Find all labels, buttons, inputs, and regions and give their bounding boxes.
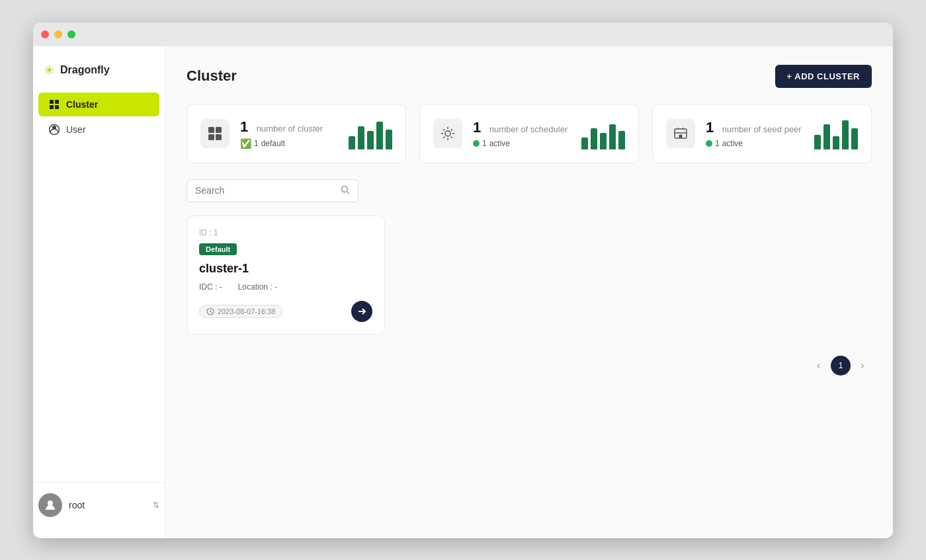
svg-rect-8 — [216, 127, 222, 133]
cluster-card: ID : 1 Default cluster-1 IDC : - Locatio… — [187, 216, 385, 335]
user-nav-icon — [49, 124, 60, 135]
scheduler-status-dot — [473, 140, 480, 147]
seed-peer-stat-card: 1 number of seed peer 1 active — [652, 104, 872, 163]
bar-4 — [376, 122, 383, 149]
sbar-3 — [600, 133, 607, 149]
cluster-sub: ✅ 1 default — [240, 138, 338, 149]
cluster-meta: IDC : - Location : - — [199, 282, 372, 292]
svg-point-6 — [48, 500, 53, 506]
seed-peer-sub-label: active — [722, 139, 743, 148]
svg-point-14 — [342, 186, 348, 192]
sidebar-item-cluster[interactable]: Cluster — [38, 93, 159, 116]
cluster-stat-info: 1 number of cluster ✅ 1 default — [240, 118, 338, 149]
seed-peer-sub-count: 1 — [715, 139, 720, 148]
search-input[interactable] — [195, 185, 335, 196]
scheduler-label: number of scheduler — [489, 124, 568, 134]
cluster-grid: ID : 1 Default cluster-1 IDC : - Locatio… — [187, 216, 872, 335]
seed-peer-stat-info: 1 number of seed peer 1 active — [706, 119, 804, 148]
svg-rect-0 — [50, 100, 54, 104]
sbar-4 — [609, 124, 616, 149]
cluster-sub-label: default — [261, 139, 285, 148]
spbar-4 — [842, 120, 849, 149]
sidebar-cluster-label: Cluster — [66, 99, 98, 110]
seed-peer-stat-icon — [666, 119, 695, 148]
seed-peer-sub: 1 active — [706, 139, 804, 148]
svg-rect-10 — [216, 134, 222, 140]
cluster-navigate-button[interactable] — [351, 301, 372, 322]
scheduler-bar-chart — [581, 118, 625, 149]
bar-3 — [367, 131, 374, 149]
bar-2 — [358, 126, 364, 149]
svg-point-11 — [445, 131, 450, 136]
cluster-label: number of cluster — [257, 124, 323, 134]
cluster-default-badge: Default — [199, 243, 237, 255]
scheduler-count: 1 — [473, 119, 481, 136]
search-wrap — [187, 179, 358, 202]
svg-rect-3 — [55, 105, 59, 109]
cluster-count: 1 — [240, 118, 248, 135]
cluster-timestamp: 2023-08-07-16:38 — [199, 305, 282, 318]
spbar-3 — [833, 136, 839, 149]
bar-5 — [386, 130, 392, 149]
svg-rect-2 — [50, 105, 54, 109]
scheduler-stat-info: 1 number of scheduler 1 active — [473, 119, 571, 148]
sbar-5 — [618, 131, 625, 149]
sbar-1 — [581, 138, 588, 149]
sidebar-nav: Cluster User — [33, 91, 165, 482]
sidebar-logo: ✳ Dragonfly — [33, 57, 165, 91]
cluster-nav-icon — [49, 99, 60, 110]
sidebar-user-label: User — [66, 124, 86, 135]
pagination-prev[interactable]: ‹ — [810, 356, 828, 375]
seed-peer-bar-chart — [814, 118, 858, 149]
cluster-card-name: cluster-1 — [199, 262, 372, 276]
user-arrows[interactable]: ⇅ — [153, 500, 159, 510]
cluster-card-id: ID : 1 — [199, 228, 372, 237]
minimize-dot[interactable] — [54, 30, 62, 38]
svg-rect-1 — [55, 100, 59, 104]
scheduler-stat-card: 1 number of scheduler 1 active — [419, 104, 639, 163]
add-cluster-button[interactable]: + ADD CLUSTER — [775, 65, 872, 88]
cluster-stat-icon — [200, 119, 230, 148]
svg-rect-7 — [208, 127, 214, 133]
cluster-sub-count: 1 — [254, 139, 259, 148]
search-row — [187, 179, 872, 202]
scheduler-stat-icon — [433, 119, 462, 148]
cluster-check-icon: ✅ — [240, 138, 251, 149]
cluster-stat-card: 1 number of cluster ✅ 1 default — [187, 104, 406, 163]
avatar — [38, 493, 62, 517]
pagination: ‹ 1 › — [187, 356, 872, 376]
scheduler-sub-count: 1 — [482, 139, 487, 148]
maximize-dot[interactable] — [67, 30, 75, 38]
page-title: Cluster — [187, 67, 237, 85]
cluster-card-footer: 2023-08-07-16:38 — [199, 301, 372, 322]
cluster-location: Location : - — [238, 282, 277, 292]
spbar-5 — [851, 128, 858, 149]
spbar-2 — [823, 124, 830, 149]
scheduler-sub: 1 active — [473, 139, 571, 148]
bar-1 — [349, 136, 355, 149]
logo-icon: ✳ — [44, 62, 55, 78]
close-dot[interactable] — [41, 30, 49, 38]
titlebar — [33, 22, 893, 46]
pagination-next[interactable]: › — [853, 356, 872, 375]
username: root — [69, 500, 85, 510]
scheduler-sub-label: active — [489, 139, 510, 148]
sidebar: ✳ Dragonfly Cluster — [33, 46, 165, 538]
svg-point-13 — [679, 135, 682, 138]
sidebar-footer: root ⇅ — [33, 482, 165, 528]
stats-row: 1 number of cluster ✅ 1 default — [187, 104, 872, 163]
sidebar-item-user[interactable]: User — [38, 118, 159, 141]
search-icon — [341, 185, 350, 196]
main-content: Cluster + ADD CLUSTER — [165, 46, 893, 538]
cluster-idc: IDC : - — [199, 282, 222, 292]
seed-peer-status-dot — [706, 140, 712, 147]
sbar-2 — [591, 128, 597, 149]
main-header: Cluster + ADD CLUSTER — [187, 65, 872, 88]
logo-text: Dragonfly — [60, 64, 110, 76]
cluster-bar-chart — [349, 118, 392, 149]
seed-peer-label: number of seed peer — [722, 124, 802, 134]
spbar-1 — [814, 135, 821, 149]
svg-rect-9 — [208, 134, 214, 140]
pagination-page-1[interactable]: 1 — [831, 356, 851, 376]
seed-peer-count: 1 — [706, 119, 714, 136]
